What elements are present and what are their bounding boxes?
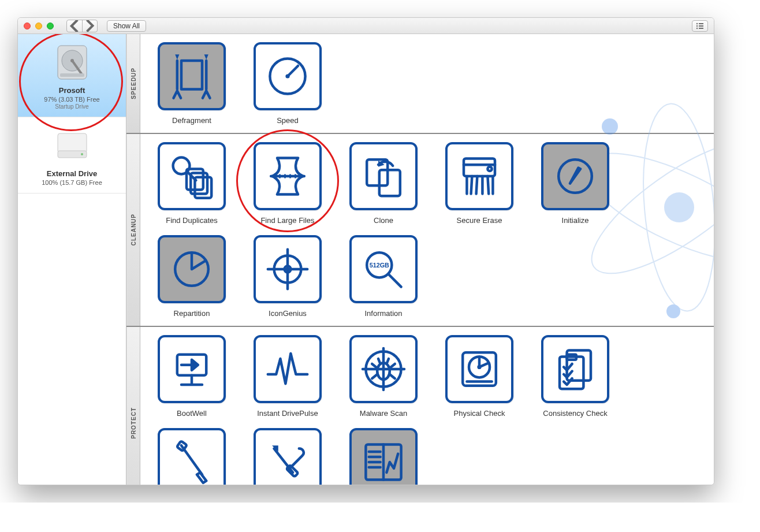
internal-drive-icon [52, 42, 92, 83]
zoom-icon[interactable] [47, 23, 54, 29]
drive-free: 97% (3.03 TB) Free [21, 96, 122, 103]
svg-rect-10 [58, 133, 87, 153]
clone-icon [357, 150, 409, 202]
secure-erase-icon [453, 150, 505, 202]
tool-label: IconGenius [254, 309, 322, 318]
tool-label: BootWell [158, 409, 226, 418]
tool-consistency[interactable]: Consistency Check [541, 335, 609, 418]
section-tab-protect[interactable]: PROTECT [126, 327, 140, 485]
show-all-button[interactable]: Show All [107, 20, 146, 32]
svg-point-12 [81, 153, 83, 155]
app-window: Show All Prosoft 97% (3.03 TB) Free [17, 17, 714, 485]
tool-label: Information [349, 309, 418, 318]
tool-label: Find Large Files [254, 216, 322, 225]
repair-icon [166, 436, 218, 485]
show-all-label: Show All [113, 22, 140, 30]
initialize-icon [549, 150, 601, 202]
consistency-check-icon [549, 343, 601, 395]
drive-subtitle: Startup Drive [21, 103, 122, 110]
tool-drivepulse[interactable]: Instant DrivePulse [254, 335, 322, 418]
information-icon: 512GB [357, 243, 409, 295]
drive-sidebar: Prosoft 97% (3.03 TB) Free Startup Drive… [18, 34, 126, 485]
icon-genius-icon [262, 243, 314, 295]
tool-physical[interactable]: Physical Check [445, 335, 513, 418]
tool-speed[interactable]: Speed [254, 42, 322, 125]
window-controls [24, 23, 54, 29]
tool-label: Consistency Check [541, 409, 609, 418]
svg-rect-31 [379, 170, 400, 196]
external-drive-icon [52, 125, 92, 166]
tool-label: Malware Scan [349, 409, 418, 418]
tool-clone[interactable]: Clone [349, 142, 418, 225]
svg-text:512GB: 512GB [370, 262, 389, 269]
svg-point-34 [487, 167, 491, 171]
main-panel: SPEEDUP Defragment [126, 34, 714, 485]
titlebar: Show All [18, 18, 714, 34]
tool-label: Initialize [541, 216, 609, 225]
tool-repair[interactable]: Repair [158, 428, 226, 485]
drive-item-prosoft[interactable]: Prosoft 97% (3.03 TB) Free Startup Drive [18, 34, 126, 117]
svg-rect-30 [367, 159, 388, 185]
defragment-icon [166, 50, 218, 102]
svg-point-0 [696, 23, 698, 24]
back-button[interactable] [67, 20, 82, 32]
find-duplicates-icon [166, 150, 218, 202]
nav-buttons [66, 20, 98, 32]
tool-information[interactable]: 512GB Information [349, 235, 418, 318]
tool-label: Find Duplicates [158, 216, 226, 225]
svg-rect-20 [181, 61, 202, 90]
tool-rebuild[interactable]: Rebuild [254, 428, 322, 485]
malware-icon [357, 343, 409, 395]
close-icon[interactable] [24, 23, 31, 29]
tool-report[interactable]: Report [349, 428, 418, 485]
tool-defragment[interactable]: Defragment [158, 42, 226, 125]
tool-label: Physical Check [445, 409, 513, 418]
view-list-button[interactable] [692, 20, 708, 32]
report-icon [357, 436, 409, 485]
find-large-files-icon [262, 150, 314, 202]
section-tab-speedup[interactable]: SPEEDUP [126, 34, 140, 133]
tool-label: Repartition [158, 309, 226, 318]
repartition-icon [166, 243, 218, 295]
section-protect: PROTECT BootWell [126, 327, 714, 485]
drive-item-external[interactable]: External Drive 100% (15.7 GB) Free [18, 117, 126, 194]
tool-find-duplicates[interactable]: Find Duplicates [158, 142, 226, 225]
section-speedup: SPEEDUP Defragment [126, 34, 714, 134]
bootwell-icon [166, 343, 218, 395]
drive-name: External Drive [21, 169, 122, 178]
physical-check-icon [453, 343, 505, 395]
tool-label: Defragment [158, 116, 226, 125]
tool-secure-erase[interactable]: Secure Erase [445, 142, 513, 225]
drive-free: 100% (15.7 GB) Free [21, 179, 122, 186]
tool-find-large-files[interactable]: Find Large Files [254, 142, 322, 225]
tool-label: Clone [349, 216, 418, 225]
svg-line-23 [288, 66, 298, 76]
rebuild-icon [262, 436, 314, 485]
svg-rect-1 [699, 23, 703, 24]
window-body: Prosoft 97% (3.03 TB) Free Startup Drive… [18, 34, 714, 485]
svg-point-2 [696, 25, 698, 26]
svg-line-43 [389, 274, 401, 287]
svg-rect-9 [60, 73, 84, 77]
section-cleanup: CLEANUP Find Duplicates [126, 134, 714, 327]
tool-bootwell[interactable]: BootWell [158, 335, 226, 418]
tool-label: Instant DrivePulse [254, 409, 322, 418]
section-tab-cleanup[interactable]: CLEANUP [126, 134, 140, 326]
tool-malware[interactable]: Malware Scan [349, 335, 418, 418]
svg-point-4 [696, 27, 698, 28]
drivepulse-icon [262, 343, 314, 395]
speed-icon [262, 50, 314, 102]
minimize-icon[interactable] [35, 23, 42, 29]
svg-rect-5 [699, 28, 703, 29]
tool-label: Secure Erase [445, 216, 513, 225]
tool-label: Speed [254, 116, 322, 125]
tool-initialize[interactable]: Initialize [541, 142, 609, 225]
drive-name: Prosoft [21, 86, 122, 95]
tool-icon-genius[interactable]: IconGenius [254, 235, 322, 318]
forward-button[interactable] [82, 20, 97, 32]
tool-repartition[interactable]: Repartition [158, 235, 226, 318]
svg-rect-3 [699, 25, 703, 27]
